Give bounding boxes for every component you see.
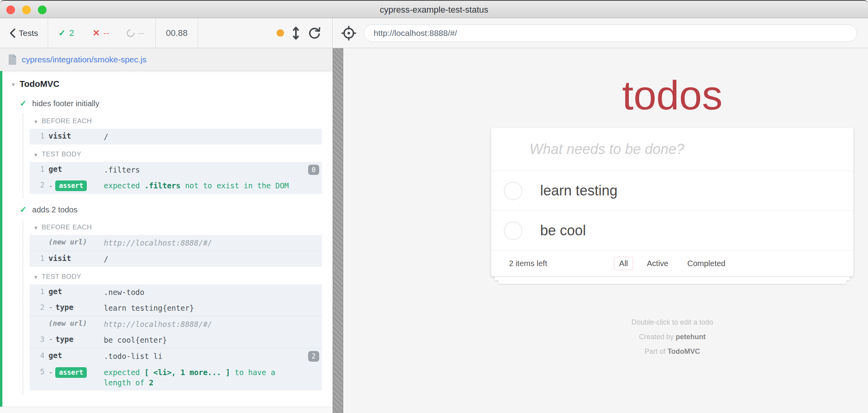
- passed-count: 2: [69, 28, 74, 38]
- file-icon: [8, 54, 17, 65]
- section-label: TEST BODY: [42, 273, 82, 281]
- command-section: ▾TEST BODY1get.filters02-assertexpected …: [23, 147, 333, 194]
- todo-toggle-checkbox[interactable]: [504, 222, 522, 240]
- test-passed-icon: ✓: [20, 99, 27, 108]
- back-to-tests-button[interactable]: Tests: [0, 18, 48, 48]
- element-count-badge: 2: [308, 351, 319, 361]
- filter-completed[interactable]: Completed: [682, 257, 731, 270]
- app-info-link[interactable]: petehunt: [676, 333, 706, 341]
- command-method: get: [49, 351, 104, 360]
- panel-resizer[interactable]: [333, 48, 343, 413]
- command-group: 4get.todo-list li25-assertexpected [ <li…: [30, 348, 322, 390]
- url-bar[interactable]: http://localhost:8888/#/: [364, 24, 857, 42]
- command-row[interactable]: 1visit/: [30, 129, 322, 145]
- app-window: cypress-example-test-status Tests ✓ 2 ✕ …: [0, 0, 868, 413]
- crosshair-icon: [341, 25, 357, 41]
- command-row[interactable]: 1visit/: [30, 251, 322, 267]
- filter-active[interactable]: Active: [642, 257, 673, 270]
- command-number: 1: [30, 131, 49, 140]
- run-duration: 00.88: [156, 18, 198, 48]
- filter-item: Completed: [682, 259, 731, 268]
- viewport-size-icon[interactable]: [293, 26, 299, 40]
- command-method-name: visit: [49, 254, 71, 263]
- section-header[interactable]: ▾TEST BODY: [23, 269, 333, 284]
- command-method: -type: [49, 335, 104, 344]
- command-block: 1visit/: [30, 129, 322, 145]
- horizontal-scrollbar[interactable]: [0, 407, 333, 413]
- command-message: expected .filters not to exist in the DO…: [104, 180, 289, 191]
- filter-item: Active: [642, 259, 673, 268]
- command-message: /: [104, 131, 108, 142]
- spec-file-link[interactable]: cypress/integration/smoke-spec.js: [22, 55, 146, 64]
- window-title: cypress-example-test-status: [0, 1, 868, 19]
- command-number: 4: [30, 351, 49, 360]
- event-label: (new url): [49, 238, 87, 246]
- app-info-line: Double-click to edit a todo: [491, 315, 853, 330]
- section-header[interactable]: ▾TEST BODY: [23, 147, 333, 162]
- child-command-dash: -: [49, 335, 53, 344]
- suite-header[interactable]: ▾TodoMVC: [2, 77, 333, 92]
- browser-toolbar: http://localhost:8888/#/: [333, 18, 868, 48]
- command-method-name: get: [49, 287, 62, 296]
- pending-stat: --: [127, 28, 155, 38]
- command-method: (new url): [49, 238, 104, 246]
- test-passed-icon: ✓: [20, 205, 27, 214]
- command-message: .todo-list li: [104, 351, 163, 361]
- todo-card: learn testingbe cool 2 items left AllAct…: [491, 128, 853, 276]
- items-left-label: 2 items left: [509, 259, 547, 268]
- todo-label[interactable]: be cool: [540, 222, 586, 239]
- test-name: hides footer initially: [32, 99, 99, 108]
- todo-label[interactable]: learn testing: [540, 182, 617, 199]
- back-to-tests-label: Tests: [19, 28, 38, 38]
- command-group: 1get.new-todo2-typelearn testing{enter}: [30, 284, 322, 316]
- command-message: /: [104, 254, 108, 264]
- command-number: 2: [30, 303, 49, 312]
- command-row[interactable]: 1get.filters0: [30, 162, 322, 178]
- app-info-footer: Double-click to edit a todoCreated by pe…: [491, 315, 853, 359]
- selector-playground-button[interactable]: [341, 25, 357, 41]
- app-info-text: Double-click to edit a todo: [631, 318, 713, 326]
- filter-all[interactable]: All: [614, 257, 633, 270]
- command-block: 1get.new-todo2-typelearn testing{enter}(…: [30, 284, 322, 390]
- refresh-icon: [308, 26, 321, 40]
- assert-pill: assert: [55, 180, 86, 191]
- titlebar: cypress-example-test-status: [0, 0, 868, 18]
- section-header[interactable]: ▾BEFORE EACH: [23, 220, 333, 235]
- test-name: adds 2 todos: [32, 205, 78, 214]
- command-row[interactable]: 5-assertexpected [ <li>, 1 more... ] to …: [30, 364, 322, 390]
- element-count-badge: 0: [308, 165, 319, 175]
- command-block: 1get.filters02-assertexpected .filters n…: [30, 162, 322, 194]
- command-number: 1: [30, 254, 49, 263]
- command-row[interactable]: 2-typelearn testing{enter}: [30, 300, 322, 316]
- app-info-line: Created by petehunt: [491, 330, 853, 344]
- command-message: .filters: [104, 165, 140, 175]
- new-todo-input[interactable]: [491, 128, 853, 171]
- card-stack-layer: [498, 280, 846, 284]
- restart-tests-button[interactable]: [308, 26, 321, 40]
- test-title[interactable]: ✓hides footer initially: [2, 96, 333, 111]
- todo-toggle-checkbox[interactable]: [504, 182, 522, 200]
- command-message: expected [ <li>, 1 more... ] to have a l…: [104, 367, 301, 388]
- event-label: (new url): [49, 319, 87, 327]
- child-command-dash: -: [49, 303, 53, 312]
- command-method-name: get: [49, 165, 62, 173]
- command-row[interactable]: 1get.new-todo: [30, 284, 322, 300]
- command-message: .new-todo: [104, 287, 144, 297]
- command-row[interactable]: (new url)http://localhost:8888/#/: [30, 235, 322, 251]
- command-method-name: visit: [49, 131, 71, 140]
- url-text: http://localhost:8888/#/: [374, 28, 457, 38]
- app-info-text: Created by: [639, 333, 675, 341]
- command-row[interactable]: 3-typebe cool{enter}: [30, 332, 322, 348]
- command-row[interactable]: 2-assertexpected .filters not to exist i…: [30, 178, 322, 194]
- test-title[interactable]: ✓adds 2 todos: [2, 202, 333, 218]
- section-header[interactable]: ▾BEFORE EACH: [23, 114, 333, 129]
- command-row[interactable]: (new url)http://localhost:8888/#/: [30, 316, 322, 332]
- pending-count: --: [138, 28, 144, 38]
- command-section: ▾BEFORE EACH(new url)http://localhost:88…: [23, 220, 333, 267]
- command-row[interactable]: 4get.todo-list li2: [30, 348, 322, 364]
- failed-count: --: [103, 28, 109, 38]
- command-block: (new url)http://localhost:8888/#/1visit/: [30, 235, 322, 267]
- command-number: 1: [30, 165, 49, 173]
- command-log: ▾TodoMVC✓hides footer initially▾BEFORE E…: [0, 71, 333, 407]
- app-info-link[interactable]: TodoMVC: [668, 347, 700, 355]
